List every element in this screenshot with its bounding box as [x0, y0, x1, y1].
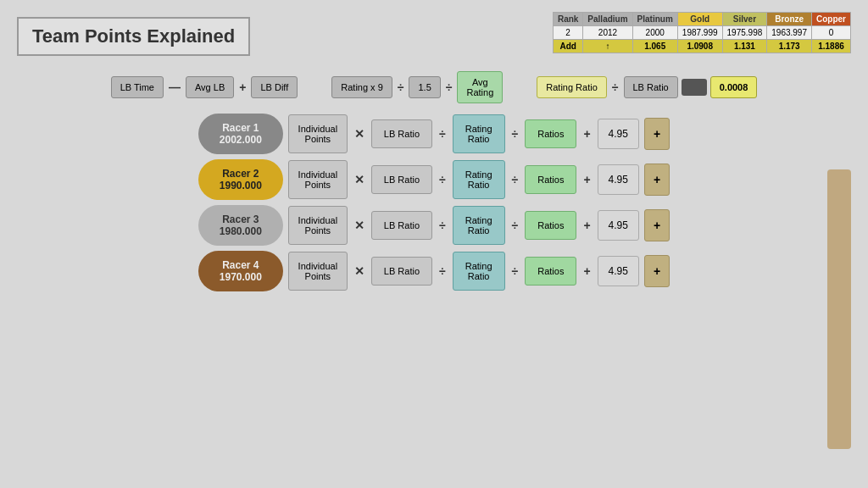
- racer-2-oval: Racer 2 1990.000: [198, 159, 283, 200]
- racer-4-oval: Racer 4 1970.000: [198, 251, 283, 291]
- div-op2: ÷: [444, 80, 454, 94]
- main-screen: Team Points Explained Rank Palladium Pla…: [0, 0, 868, 488]
- rating-ratio-3: RatingRatio: [453, 206, 505, 245]
- add-btn-2[interactable]: +: [644, 164, 670, 196]
- rating-x9-box: Rating x 9: [331, 76, 392, 98]
- points-1: 4.95: [598, 119, 639, 149]
- col-bronze: Bronze: [767, 13, 812, 26]
- palladium-val: 2012: [583, 26, 632, 40]
- rating-ratio-box: Rating Ratio: [537, 76, 607, 98]
- avg-rating-box: Avg Rating: [457, 71, 503, 103]
- ind-points-3: IndividualPoints: [288, 206, 348, 245]
- racer-row-2: Racer 2 1990.000 IndividualPoints ✕ LB R…: [198, 159, 670, 200]
- div-op-r3: ÷: [510, 219, 520, 232]
- col-rank: Rank: [553, 13, 582, 26]
- div-op-r1: ÷: [510, 127, 520, 141]
- ratios-3: Ratios: [525, 211, 576, 240]
- plus-op: +: [237, 80, 248, 94]
- add-gold: 1.0908: [677, 40, 722, 53]
- bronze-val: 1963.997: [767, 26, 812, 40]
- div-op-r4: ÷: [510, 264, 520, 278]
- col-silver: Silver: [722, 13, 767, 26]
- plus-op-4: +: [581, 264, 592, 278]
- lb-ratio-1: LB Ratio: [371, 119, 432, 148]
- racer-row-4: Racer 4 1970.000 IndividualPoints ✕ LB R…: [198, 251, 670, 291]
- mult-op-3: ✕: [353, 219, 366, 232]
- minus-op: —: [167, 80, 182, 94]
- lb-ratio-3: LB Ratio: [371, 211, 432, 240]
- points-3: 4.95: [598, 210, 639, 241]
- rank-val: 2: [553, 26, 582, 40]
- rating-ratio-2: RatingRatio: [453, 160, 505, 199]
- gold-val: 1987.999: [677, 26, 722, 40]
- div-op1: ÷: [396, 80, 406, 94]
- add-silver: 1.131: [722, 40, 767, 53]
- racer-1-oval: Racer 1 2002.000: [198, 114, 283, 154]
- result-val: 0.0008: [710, 76, 758, 98]
- add-btn-1[interactable]: +: [644, 118, 670, 150]
- col-copper: Copper: [812, 13, 851, 26]
- ratios-1: Ratios: [525, 119, 576, 148]
- val-15-box: 1.5: [409, 76, 440, 98]
- platinum-val: 2000: [632, 26, 677, 40]
- ind-points-4: IndividualPoints: [288, 252, 348, 291]
- add-btn-3[interactable]: +: [644, 209, 670, 241]
- copper-val: 0: [812, 26, 851, 40]
- plus-op-2: +: [581, 173, 592, 186]
- add-btn-4[interactable]: +: [644, 255, 670, 287]
- racer-rows: Racer 1 2002.000 IndividualPoints ✕ LB R…: [0, 114, 868, 291]
- ratios-2: Ratios: [525, 165, 576, 194]
- mult-op-4: ✕: [353, 264, 366, 278]
- lb-ratio-formula-box: LB Ratio: [624, 76, 678, 98]
- rank-table: Rank Palladium Platinum Gold Silver Bron…: [553, 12, 851, 53]
- add-label: Add: [553, 40, 582, 53]
- formula-bar: LB Time — Avg LB + LB Diff Rating x 9 ÷ …: [43, 71, 825, 103]
- ratios-4: Ratios: [525, 257, 576, 286]
- ind-points-2: IndividualPoints: [288, 160, 348, 199]
- div-op3: ÷: [610, 80, 620, 94]
- points-2: 4.95: [598, 164, 639, 195]
- header: Team Points Explained Rank Palladium Pla…: [0, 0, 868, 64]
- div-op-r2: ÷: [510, 173, 520, 186]
- lb-ratio-2: LB Ratio: [371, 165, 432, 194]
- plus-op-1: +: [581, 127, 592, 141]
- racer-row-3: Racer 3 1980.000 IndividualPoints ✕ LB R…: [198, 205, 670, 246]
- silver-val: 1975.998: [722, 26, 767, 40]
- page-title: Team Points Explained: [17, 17, 250, 56]
- col-palladium: Palladium: [583, 13, 632, 26]
- lb-diff-box: LB Diff: [251, 76, 298, 98]
- points-4: 4.95: [598, 256, 639, 286]
- div-op-3: ÷: [437, 219, 448, 232]
- avg-lb-box: Avg LB: [186, 76, 234, 98]
- div-op-1: ÷: [437, 127, 448, 141]
- add-palladium: ↑: [583, 40, 632, 53]
- lb-time-box: LB Time: [111, 76, 164, 98]
- plus-op-3: +: [581, 219, 592, 232]
- right-sidebar-bar[interactable]: [827, 169, 851, 449]
- mult-op-1: ✕: [353, 127, 366, 141]
- racer-3-oval: Racer 3 1980.000: [198, 205, 283, 246]
- div-op-4: ÷: [437, 264, 448, 278]
- rating-ratio-1: RatingRatio: [453, 114, 505, 153]
- dark-divider: [682, 79, 707, 96]
- rating-ratio-4: RatingRatio: [453, 252, 505, 291]
- mult-op-2: ✕: [353, 173, 366, 186]
- lb-ratio-4: LB Ratio: [371, 257, 432, 286]
- col-gold: Gold: [677, 13, 722, 26]
- add-platinum: 1.065: [632, 40, 677, 53]
- col-platinum: Platinum: [632, 13, 677, 26]
- add-bronze: 1.173: [767, 40, 812, 53]
- racer-row-1: Racer 1 2002.000 IndividualPoints ✕ LB R…: [198, 114, 670, 154]
- ind-points-1: IndividualPoints: [288, 114, 348, 153]
- add-copper: 1.1886: [812, 40, 851, 53]
- div-op-2: ÷: [437, 173, 448, 186]
